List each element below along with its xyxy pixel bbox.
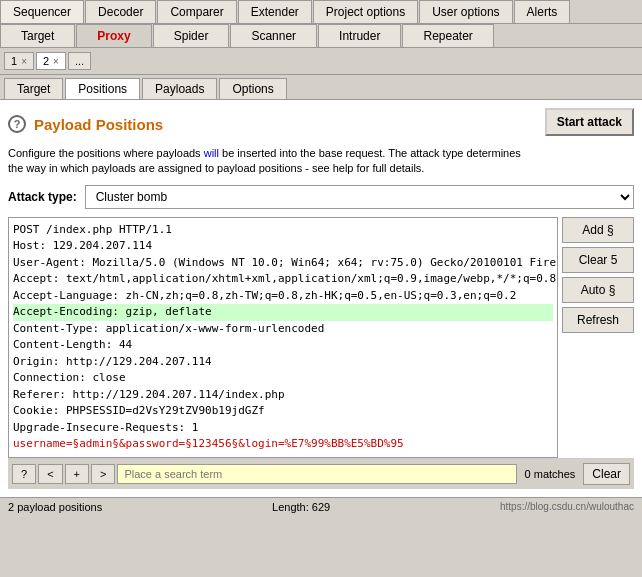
search-input[interactable] xyxy=(117,464,516,484)
sub-tab-target[interactable]: Target xyxy=(4,78,63,99)
bottom-bar: ? < + > 0 matches Clear xyxy=(8,458,634,489)
top-nav-project-options[interactable]: Project options xyxy=(313,0,418,23)
second-nav-target[interactable]: Target xyxy=(0,24,75,47)
tab-1-label: 1 xyxy=(11,55,17,67)
main-content: ? Payload Positions Start attack Configu… xyxy=(0,100,642,497)
top-nav-sequencer[interactable]: Sequencer xyxy=(0,0,84,23)
match-count: 0 matches xyxy=(519,468,582,480)
tab-1-close[interactable]: × xyxy=(21,56,27,67)
payload-positions-status: 2 payload positions xyxy=(8,501,102,513)
sub-tabs: Target Positions Payloads Options xyxy=(0,75,642,100)
request-line: Upgrade-Insecure-Requests: 1 xyxy=(13,420,553,437)
request-line: Host: 129.204.207.114 xyxy=(13,238,553,255)
clear-count-button[interactable]: Clear 5 xyxy=(562,247,634,273)
attack-type-row: Attack type: Sniper Battering ram Pitchf… xyxy=(8,185,634,209)
request-line: Accept-Encoding: gzip, deflate xyxy=(13,304,553,321)
request-line: Content-Length: 44 xyxy=(13,337,553,354)
clear-search-button[interactable]: Clear xyxy=(583,463,630,485)
request-line: Cookie: PHPSESSID=d2VsY29tZV90b19jdGZf xyxy=(13,403,553,420)
desc-line1: Configure the positions where payloads w… xyxy=(8,147,521,159)
second-nav-spider[interactable]: Spider xyxy=(153,24,230,47)
top-nav-extender[interactable]: Extender xyxy=(238,0,312,23)
request-line: Connection: close xyxy=(13,370,553,387)
request-line: Accept: text/html,application/xhtml+xml,… xyxy=(13,271,553,288)
top-nav: Sequencer Decoder Comparer Extender Proj… xyxy=(0,0,642,24)
start-attack-button[interactable]: Start attack xyxy=(545,108,634,136)
request-line: POST /index.php HTTP/1.1 xyxy=(13,222,553,239)
help-nav-button[interactable]: ? xyxy=(12,464,36,484)
second-nav-proxy[interactable]: Proxy xyxy=(76,24,151,47)
top-nav-comparer[interactable]: Comparer xyxy=(157,0,236,23)
sub-tab-positions[interactable]: Positions xyxy=(65,78,140,99)
tab-more[interactable]: ... xyxy=(68,52,91,70)
add-search-button[interactable]: + xyxy=(65,464,89,484)
request-area[interactable]: POST /index.php HTTP/1.1Host: 129.204.20… xyxy=(8,217,558,458)
attack-type-label: Attack type: xyxy=(8,190,77,204)
request-line: User-Agent: Mozilla/5.0 (Windows NT 10.0… xyxy=(13,255,553,272)
description: Configure the positions where payloads w… xyxy=(8,146,634,177)
title-row: ? Payload Positions Start attack xyxy=(8,108,634,140)
refresh-button[interactable]: Refresh xyxy=(562,307,634,333)
request-line: Origin: http://129.204.207.114 xyxy=(13,354,553,371)
second-nav: Target Proxy Spider Scanner Intruder Rep… xyxy=(0,24,642,48)
tab-2-close[interactable]: × xyxy=(53,56,59,67)
attack-type-select[interactable]: Sniper Battering ram Pitchfork Cluster b… xyxy=(85,185,634,209)
left-panel: ? Payload Positions Start attack Configu… xyxy=(0,100,642,497)
top-nav-user-options[interactable]: User options xyxy=(419,0,512,23)
tab-2[interactable]: 2 × xyxy=(36,52,66,70)
second-nav-intruder[interactable]: Intruder xyxy=(318,24,401,47)
second-nav-scanner[interactable]: Scanner xyxy=(230,24,317,47)
section-title: Payload Positions xyxy=(34,116,163,133)
request-line: Referer: http://129.204.207.114/index.ph… xyxy=(13,387,553,404)
second-nav-repeater[interactable]: Repeater xyxy=(402,24,493,47)
next-button[interactable]: > xyxy=(91,464,115,484)
top-nav-decoder[interactable]: Decoder xyxy=(85,0,156,23)
request-line: Accept-Language: zh-CN,zh;q=0.8,zh-TW;q=… xyxy=(13,288,553,305)
tab-1[interactable]: 1 × xyxy=(4,52,34,70)
prev-button[interactable]: < xyxy=(38,464,62,484)
request-line: Content-Type: application/x-www-form-url… xyxy=(13,321,553,338)
desc-line2: the way in which payloads are assigned t… xyxy=(8,162,424,174)
tab-numbers-row: 1 × 2 × ... xyxy=(0,48,642,75)
request-line: username=§admin§&password=§123456§&login… xyxy=(13,436,553,453)
length-status: Length: 629 xyxy=(272,501,330,513)
tab-2-label: 2 xyxy=(43,55,49,67)
status-bar: 2 payload positions Length: 629 https://… xyxy=(0,497,642,516)
add-button[interactable]: Add § xyxy=(562,217,634,243)
help-icon[interactable]: ? xyxy=(8,115,26,133)
status-url: https://blog.csdu.cn/wulouthac xyxy=(500,501,634,512)
sub-tab-payloads[interactable]: Payloads xyxy=(142,78,217,99)
top-nav-alerts[interactable]: Alerts xyxy=(514,0,571,23)
auto-button[interactable]: Auto § xyxy=(562,277,634,303)
sub-tab-options[interactable]: Options xyxy=(219,78,286,99)
